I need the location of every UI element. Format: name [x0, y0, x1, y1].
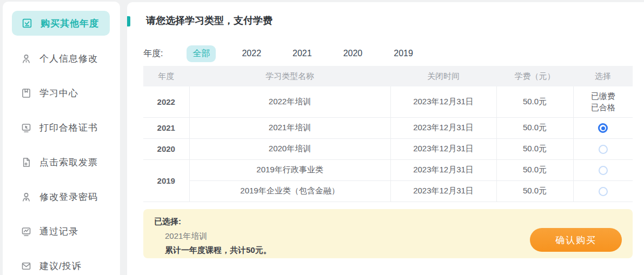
- sidebar-item-label: 修改登录密码: [39, 191, 98, 203]
- status-paid: 已缴费: [574, 90, 633, 102]
- check-square-icon: [21, 17, 33, 29]
- table-row-2019-enterprise: 2019年企业类（包含金融） 2023年12月31日 50.0元: [143, 180, 633, 202]
- year-filter-label: 年度:: [143, 48, 163, 59]
- selection-summary: 已选择: 2021年培训 累计一年度课程，共计50元。 确认购买: [143, 209, 633, 258]
- course-name-cell: 2019年企业类（包含金融）: [189, 180, 390, 202]
- page-title: 请您选择学习类型，支付学费: [146, 14, 273, 27]
- sidebar-item-buy-other-years[interactable]: 购买其他年度: [12, 11, 110, 36]
- fee-cell: 50.0元: [496, 86, 573, 117]
- course-name-cell: 2022年培训: [189, 86, 390, 117]
- year-tab-2021[interactable]: 2021: [287, 46, 317, 61]
- radio-2020[interactable]: [599, 145, 608, 154]
- course-name-cell: 2021年培训: [189, 117, 390, 138]
- year-cell: 2021: [143, 117, 189, 138]
- year-cell: 2020: [143, 138, 189, 159]
- sidebar-item-label: 购买其他年度: [41, 17, 99, 30]
- invoice-icon: [21, 157, 32, 168]
- header-year: 年度: [143, 66, 189, 86]
- year-tab-2019[interactable]: 2019: [388, 46, 419, 61]
- header-course-type: 学习类型名称: [189, 66, 390, 86]
- status-passed: 已合格: [574, 102, 633, 113]
- course-table: 年度 学习类型名称 关闭时间 学费（元） 选择 2022 2022年培训 202…: [143, 66, 633, 202]
- print-certificate-icon: [21, 122, 32, 133]
- sidebar-item-personal-info[interactable]: 个人信息修改: [3, 41, 120, 76]
- main-panel: 请您选择学习类型，支付学费 年度: 全部 2022 2021 2020 2019…: [127, 2, 644, 275]
- year-tab-2022[interactable]: 2022: [236, 46, 267, 61]
- radio-2021[interactable]: [598, 123, 608, 133]
- sidebar: 购买其他年度 个人信息修改 学习中心 打印合格: [3, 2, 120, 275]
- book-icon: [21, 88, 32, 99]
- close-time-cell: 2023年12月31日: [390, 117, 496, 138]
- sidebar-item-print-certificate[interactable]: 打印合格证书: [3, 110, 120, 145]
- year-tab-all[interactable]: 全部: [187, 45, 216, 62]
- table-header-row: 年度 学习类型名称 关闭时间 学费（元） 选择: [143, 66, 633, 86]
- fee-cell: 50.0元: [496, 117, 573, 138]
- table-row-2022: 2022 2022年培训 2023年12月31日 50.0元 已缴费 已合格: [143, 86, 633, 117]
- status-cell: 已缴费 已合格: [573, 86, 633, 117]
- year-tab-2020[interactable]: 2020: [338, 46, 368, 61]
- close-time-cell: 2023年12月31日: [390, 159, 496, 180]
- sidebar-item-label: 点击索取发票: [39, 156, 98, 169]
- password-user-icon: [21, 191, 32, 203]
- fee-cell: 50.0元: [496, 180, 573, 202]
- sidebar-item-request-invoice[interactable]: 点击索取发票: [3, 145, 120, 179]
- sidebar-item-label: 通过记录: [39, 225, 78, 238]
- records-monitor-icon: [21, 226, 32, 237]
- sidebar-item-label: 个人信息修改: [39, 52, 98, 65]
- course-name-cell: 2020年培训: [189, 138, 390, 159]
- table-row-2020: 2020 2020年培训 2023年12月31日 50.0元: [143, 138, 633, 159]
- header-close-time: 关闭时间: [390, 66, 496, 86]
- table-row-2019-admin: 2019 2019年行政事业类 2023年12月31日 50.0元: [143, 159, 633, 180]
- header-select: 选择: [573, 66, 633, 86]
- mail-icon: [21, 260, 32, 272]
- sidebar-item-label: 建议/投诉: [39, 260, 82, 272]
- sidebar-item-label: 学习中心: [39, 87, 78, 99]
- confirm-purchase-button[interactable]: 确认购买: [530, 228, 622, 252]
- selected-label: 已选择:: [154, 217, 622, 227]
- close-time-cell: 2023年12月31日: [390, 86, 496, 117]
- user-icon: [21, 53, 32, 64]
- close-time-cell: 2023年12月31日: [390, 138, 496, 159]
- sidebar-item-suggestions-complaints[interactable]: 建议/投诉: [3, 249, 120, 275]
- fee-cell: 50.0元: [496, 159, 573, 180]
- sidebar-item-change-password[interactable]: 修改登录密码: [3, 179, 120, 214]
- year-cell: 2022: [143, 86, 189, 117]
- radio-2019-enterprise[interactable]: [599, 187, 608, 196]
- table-row-2021: 2021 2021年培训 2023年12月31日 50.0元: [143, 117, 633, 138]
- title-accent-bar: [127, 16, 130, 26]
- sidebar-item-label: 打印合格证书: [39, 122, 98, 134]
- sidebar-item-learning-center[interactable]: 学习中心: [3, 76, 120, 110]
- header-fee: 学费（元）: [496, 66, 573, 86]
- fee-cell: 50.0元: [496, 138, 573, 159]
- close-time-cell: 2023年12月31日: [390, 180, 496, 202]
- sidebar-item-pass-records[interactable]: 通过记录: [3, 214, 120, 249]
- radio-2019-admin[interactable]: [599, 166, 608, 175]
- course-name-cell: 2019年行政事业类: [189, 159, 390, 180]
- year-filter: 年度: 全部 2022 2021 2020 2019: [143, 45, 439, 62]
- year-cell: 2019: [143, 159, 189, 202]
